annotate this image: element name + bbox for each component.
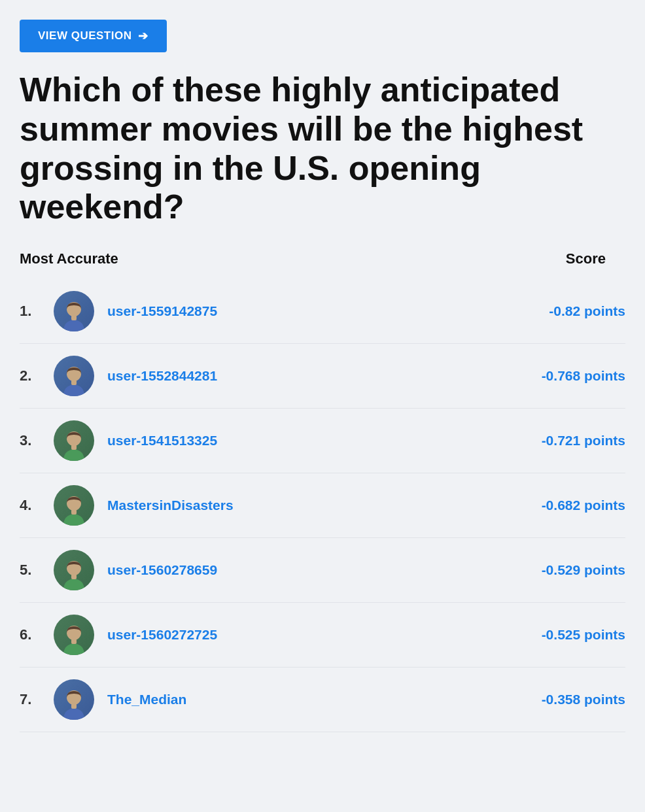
- rank-number: 6.: [20, 626, 54, 643]
- leaderboard-row: 3. user-1541513325 -0.721 points: [20, 409, 625, 473]
- user-score: -0.525 points: [495, 627, 625, 643]
- user-score: -0.529 points: [495, 562, 625, 578]
- rank-number: 3.: [20, 432, 54, 449]
- user-score: -0.721 points: [495, 433, 625, 448]
- avatar: [54, 550, 94, 590]
- svg-rect-9: [71, 574, 77, 579]
- leaderboard-list: 1. user-1559142875 -0.82 points 2.: [20, 279, 625, 732]
- rank-number: 4.: [20, 497, 54, 514]
- arrow-icon: ➔: [138, 29, 148, 43]
- username[interactable]: user-1552844281: [107, 368, 495, 384]
- avatar: [54, 356, 94, 396]
- user-score: -0.358 points: [495, 692, 625, 707]
- username[interactable]: user-1560272725: [107, 627, 495, 643]
- svg-rect-5: [71, 445, 77, 450]
- rank-number: 1.: [20, 303, 54, 320]
- question-title: Which of these highly anticipated summer…: [20, 71, 625, 227]
- username[interactable]: The_Median: [107, 692, 495, 707]
- username[interactable]: MastersinDisasters: [107, 498, 495, 513]
- leaderboard-row: 7. The_Median -0.358 points: [20, 668, 625, 732]
- avatar: [54, 420, 94, 461]
- username[interactable]: user-1541513325: [107, 433, 495, 448]
- avatar: [54, 291, 94, 331]
- view-question-label: VIEW QUESTION: [38, 29, 131, 42]
- leaderboard-row: 4. MastersinDisasters -0.682 points: [20, 473, 625, 538]
- most-accurate-label: Most Accurate: [20, 250, 118, 267]
- rank-number: 5.: [20, 562, 54, 579]
- leaderboard-row: 2. user-1552844281 -0.768 points: [20, 344, 625, 409]
- username[interactable]: user-1559142875: [107, 303, 495, 319]
- rank-number: 2.: [20, 367, 54, 384]
- user-score: -0.768 points: [495, 368, 625, 384]
- svg-rect-13: [71, 703, 77, 709]
- leaderboard-row: 1. user-1559142875 -0.82 points: [20, 279, 625, 344]
- username[interactable]: user-1560278659: [107, 562, 495, 578]
- leaderboard-row: 5. user-1560278659 -0.529 points: [20, 538, 625, 603]
- avatar: [54, 615, 94, 655]
- svg-rect-1: [71, 315, 77, 320]
- svg-rect-11: [71, 639, 77, 644]
- avatar: [54, 679, 94, 720]
- svg-rect-7: [71, 509, 77, 515]
- user-score: -0.682 points: [495, 498, 625, 513]
- score-label: Score: [488, 250, 606, 267]
- view-question-button[interactable]: VIEW QUESTION ➔: [20, 20, 167, 52]
- svg-rect-3: [71, 380, 77, 385]
- leaderboard-row: 6. user-1560272725 -0.525 points: [20, 603, 625, 668]
- avatar: [54, 485, 94, 526]
- leaderboard-header: Most Accurate Score: [20, 250, 625, 267]
- user-score: -0.82 points: [495, 303, 625, 319]
- rank-number: 7.: [20, 691, 54, 708]
